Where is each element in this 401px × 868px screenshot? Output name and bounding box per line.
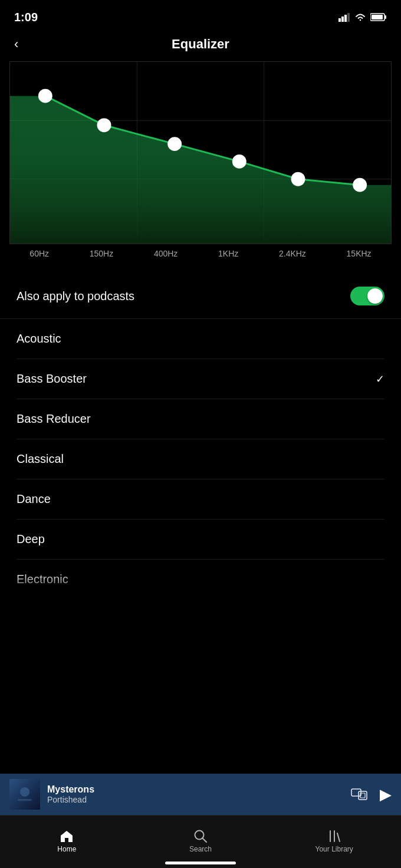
svg-rect-2 [344,15,347,22]
checkmark-icon: ✓ [376,373,384,386]
nav-label-library: Your Library [315,845,353,853]
freq-15khz: 15KHz [347,249,372,258]
freq-24khz: 2.4KHz [279,249,306,258]
podcast-toggle-switch[interactable] [350,287,384,305]
signal-icon [338,12,350,22]
preset-item-deep[interactable]: Deep [17,520,384,560]
library-icon [328,830,341,843]
freq-labels: 60Hz 150Hz 400Hz 1KHz 2.4KHz 15KHz [9,244,392,263]
preset-name-bass-booster: Bass Booster [17,372,87,386]
preset-item-bass-booster[interactable]: Bass Booster ✓ [17,359,384,399]
svg-line-20 [203,838,207,842]
svg-rect-0 [338,18,341,22]
track-artist: Portishead [47,795,350,804]
home-icon [60,830,74,843]
eq-chart[interactable] [9,61,392,244]
status-icons [338,12,387,22]
preset-item-bass-reducer[interactable]: Bass Reducer [17,399,384,439]
svg-point-14 [20,787,29,797]
preset-name-dance: Dance [17,492,51,506]
wifi-icon [354,12,367,22]
eq-chart-container[interactable]: 60Hz 150Hz 400Hz 1KHz 2.4KHz 15KHz [9,61,392,274]
eq-point-1khz[interactable] [232,154,246,169]
preset-name-electronic: Electronic [17,573,68,586]
svg-rect-17 [359,791,367,800]
eq-point-15khz[interactable] [353,178,367,192]
freq-1khz: 1KHz [218,249,238,258]
header: ‹ Equalizer [0,31,401,61]
preset-item-classical[interactable]: Classical [17,439,384,479]
eq-point-150hz[interactable] [97,118,111,132]
album-thumbnail [9,779,40,810]
preset-list: Acoustic Bass Booster ✓ Bass Reducer Cla… [0,319,401,600]
podcast-toggle-row[interactable]: Also apply to podcasts [0,274,401,319]
battery-icon [370,12,387,22]
play-button[interactable]: ▶ [380,785,392,804]
nav-item-search[interactable]: Search [134,816,268,862]
nav-label-search: Search [189,845,212,853]
now-playing-bar[interactable]: Mysterons Portishead ▶ [0,774,401,815]
track-info: Mysterons Portishead [47,784,350,804]
status-bar: 1:09 [0,0,401,31]
eq-point-400hz[interactable] [167,137,182,151]
device-connect-icon[interactable] [350,787,368,802]
home-indicator [165,862,236,864]
toggle-knob [367,288,383,304]
search-icon [194,830,207,843]
nav-item-library[interactable]: Your Library [267,816,401,862]
preset-name-acoustic: Acoustic [17,332,61,346]
svg-rect-15 [18,799,32,801]
back-button[interactable]: ‹ [14,37,18,52]
preset-item-dance[interactable]: Dance [17,479,384,520]
svg-marker-11 [10,96,391,244]
preset-name-bass-reducer: Bass Reducer [17,412,91,426]
svg-rect-5 [385,15,387,19]
eq-point-24khz[interactable] [291,172,305,186]
page-title: Equalizer [172,37,229,52]
preset-name-deep: Deep [17,532,45,546]
eq-point-60hz[interactable] [38,89,52,103]
preset-item-acoustic[interactable]: Acoustic [17,319,384,359]
track-name: Mysterons [47,784,350,795]
svg-rect-3 [347,13,350,22]
freq-60hz: 60Hz [29,249,49,258]
svg-line-23 [337,833,340,841]
svg-rect-6 [372,15,383,19]
preset-name-classical: Classical [17,452,64,466]
freq-400hz: 400Hz [154,249,178,258]
svg-rect-16 [351,789,361,796]
svg-rect-1 [341,17,344,22]
bottom-nav: Home Search Your Library [0,815,401,868]
preset-item-electronic[interactable]: Electronic [17,560,384,600]
status-time: 1:09 [14,11,38,24]
nav-item-home[interactable]: Home [0,816,134,862]
freq-150hz: 150Hz [90,249,113,258]
nav-label-home: Home [57,845,76,853]
podcast-toggle-label: Also apply to podcasts [17,290,134,303]
now-playing-controls: ▶ [350,785,392,804]
